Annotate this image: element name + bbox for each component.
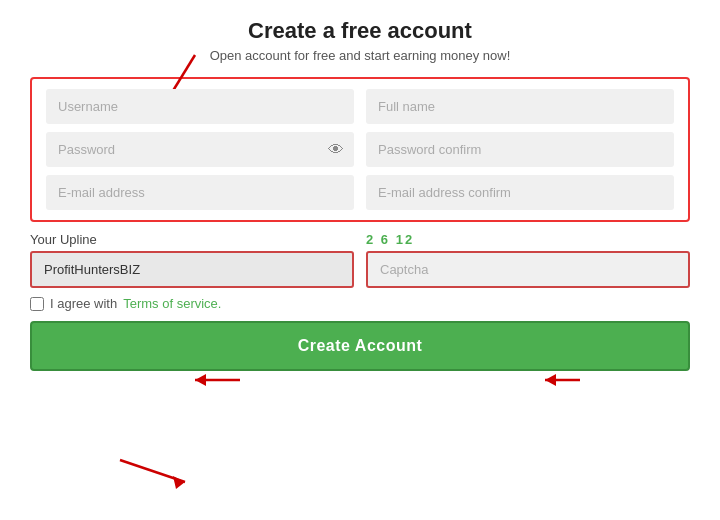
form-row-3 bbox=[46, 175, 674, 210]
terms-link[interactable]: Terms of service. bbox=[123, 296, 221, 311]
password-confirm-wrapper bbox=[366, 132, 674, 167]
agree-text: I agree with bbox=[50, 296, 117, 311]
page-subtitle: Open account for free and start earning … bbox=[210, 48, 511, 63]
username-input[interactable] bbox=[46, 89, 354, 124]
form-row-1 bbox=[46, 89, 674, 124]
captcha-block: 2 6 12 bbox=[366, 232, 690, 288]
lower-section: Your Upline 2 6 12 bbox=[30, 232, 690, 288]
email-wrapper bbox=[46, 175, 354, 210]
captcha-input[interactable] bbox=[366, 251, 690, 288]
form-row-2: 👁 bbox=[46, 132, 674, 167]
password-confirm-input[interactable] bbox=[366, 132, 674, 167]
email-input[interactable] bbox=[46, 175, 354, 210]
upline-block: Your Upline bbox=[30, 232, 354, 288]
svg-marker-3 bbox=[195, 374, 206, 386]
registration-form-box: 👁 bbox=[30, 77, 690, 222]
captcha-label: 2 6 12 bbox=[366, 232, 690, 247]
agree-checkbox[interactable] bbox=[30, 297, 44, 311]
fullname-wrapper bbox=[366, 89, 674, 124]
agree-row: I agree with Terms of service. bbox=[30, 296, 690, 311]
svg-marker-7 bbox=[173, 476, 185, 489]
svg-marker-5 bbox=[545, 374, 556, 386]
upline-label: Your Upline bbox=[30, 232, 354, 247]
upline-input[interactable] bbox=[30, 251, 354, 288]
page-title: Create a free account bbox=[248, 18, 472, 44]
email-confirm-input[interactable] bbox=[366, 175, 674, 210]
fullname-input[interactable] bbox=[366, 89, 674, 124]
password-wrapper: 👁 bbox=[46, 132, 354, 167]
password-toggle-icon[interactable]: 👁 bbox=[328, 141, 344, 159]
create-account-button[interactable]: Create Account bbox=[30, 321, 690, 371]
svg-line-6 bbox=[120, 460, 185, 482]
username-wrapper bbox=[46, 89, 354, 124]
email-confirm-wrapper bbox=[366, 175, 674, 210]
password-input[interactable] bbox=[46, 132, 354, 167]
